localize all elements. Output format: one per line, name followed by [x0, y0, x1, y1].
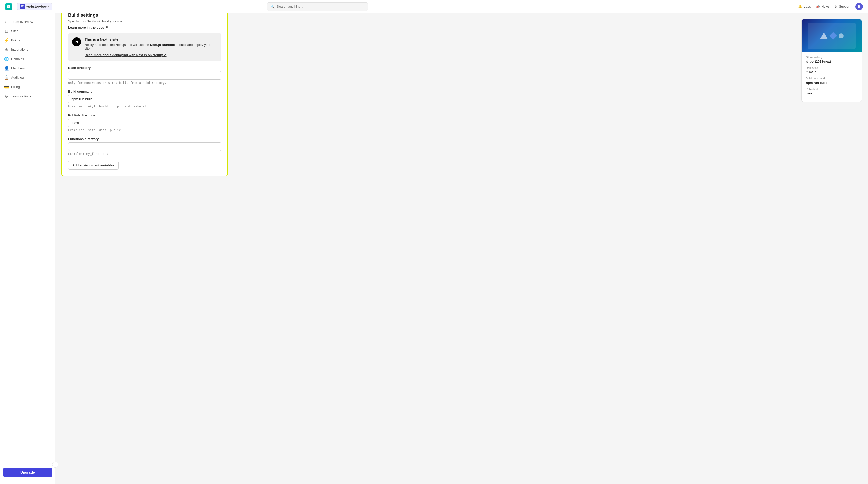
sidebar-item-integrations[interactable]: ⊕ Integrations [0, 45, 55, 54]
sidebar-label-builds: Builds [11, 38, 20, 42]
labs-icon: 🔔 [798, 4, 802, 8]
build-cmd-label: Build command [806, 77, 858, 80]
git-repo-value: ⊙ port2023-next [806, 60, 858, 63]
search-bar[interactable]: 🔍 [267, 2, 368, 11]
content-with-panel: Build settings Specify how Netlify will … [62, 6, 862, 176]
labs-button[interactable]: 🔔 Labs [798, 4, 811, 8]
functions-directory-group: Functions directory Examples: my_functio… [68, 137, 221, 156]
sidebar-item-team-overview[interactable]: ⌂ Team overview [0, 17, 55, 26]
sidebar-item-builds[interactable]: ⚡ Builds [0, 35, 55, 45]
learn-more-link[interactable]: Learn more in the docs ↗ [68, 26, 108, 29]
build-settings-section: Build settings Specify how Netlify will … [62, 6, 862, 176]
sidebar-nav: ⌂ Team overview ◻ Sites ⚡ Builds ⊕ Integ… [0, 17, 55, 182]
nextjs-deploy-link[interactable]: Read more about deploying with Next.js o… [85, 53, 217, 57]
deploying-row: Deploying ⑂ main [806, 66, 858, 74]
side-panel: Git repository ⊙ port2023-next Deploying… [802, 19, 862, 102]
functions-directory-input[interactable] [68, 142, 221, 151]
news-label: News [822, 4, 830, 8]
build-command-input[interactable] [68, 95, 221, 104]
header-actions: 🔔 Labs 📣 News ⊙ Support B [798, 3, 863, 10]
search-input[interactable] [277, 4, 365, 8]
main-content: Build settings Specify how Netlify will … [56, 0, 868, 182]
branch-icon: ⑂ [806, 70, 807, 74]
sidebar-label-members: Members [11, 66, 25, 70]
build-settings-title: Build settings [68, 12, 221, 18]
functions-directory-hint: Examples: my_functions [68, 152, 221, 156]
home-icon: ⌂ [4, 20, 8, 24]
workspace-name: webstoryboy [27, 4, 46, 8]
base-directory-input[interactable] [68, 71, 221, 80]
nextjs-notice: N This is a Next.js site! Netlify auto-d… [68, 33, 221, 61]
search-icon: 🔍 [271, 4, 275, 8]
sidebar-item-sites[interactable]: ◻ Sites [0, 26, 55, 35]
workspace-icon: W [20, 4, 25, 9]
support-label: Support [839, 4, 850, 8]
workspace-selector[interactable]: W webstoryboy ▾ [17, 3, 52, 10]
publish-directory-hint: Examples: _site, dist, public [68, 129, 221, 132]
chevron-down-icon: ▾ [48, 5, 50, 8]
support-button[interactable]: ⊙ Support [835, 4, 850, 8]
publish-directory-label: Publish directory [68, 113, 221, 117]
sidebar-label-billing: Billing [11, 85, 20, 89]
sidebar-item-billing[interactable]: 💳 Billing [0, 82, 55, 92]
base-directory-hint: Only for monorepos or sites built from a… [68, 81, 221, 85]
news-button[interactable]: 📣 News [816, 4, 830, 8]
repo-image-inner [808, 23, 856, 49]
sidebar-label-audit-log: Audit log [11, 76, 24, 80]
audit-icon: 📋 [4, 75, 8, 80]
nextjs-runtime-text: Next.js Runtime [150, 43, 175, 47]
sidebar-item-team-settings[interactable]: ⚙ Team settings [0, 92, 55, 101]
repo-card-info: Git repository ⊙ port2023-next Deploying… [802, 52, 862, 102]
deploying-branch: main [809, 70, 816, 74]
netlify-logo-icon [5, 3, 12, 10]
sidebar-label-team-settings: Team settings [11, 94, 31, 98]
news-icon: 📣 [816, 4, 820, 8]
sidebar-label-sites: Sites [11, 29, 19, 33]
build-command-label: Build command [68, 90, 221, 93]
base-directory-label: Base directory [68, 66, 221, 69]
nextjs-notice-title: This is a Next.js site! [85, 37, 217, 41]
builds-icon: ⚡ [4, 38, 8, 42]
repo-preview-image [802, 20, 862, 52]
nextjs-notice-body: Netlify auto-detected Next.js and will u… [85, 43, 217, 51]
domains-icon: 🌐 [4, 57, 8, 61]
sidebar-label-integrations: Integrations [11, 48, 28, 52]
publish-directory-group: Publish directory Examples: _site, dist,… [68, 113, 221, 132]
labs-label: Labs [804, 4, 811, 8]
published-to-label: Published to [806, 88, 858, 91]
functions-directory-label: Functions directory [68, 137, 221, 141]
build-command-row: Build command npm run build [806, 77, 858, 85]
sidebar-item-domains[interactable]: 🌐 Domains [0, 54, 55, 64]
sidebar-label-domains: Domains [11, 57, 24, 61]
sidebar-item-members[interactable]: 👤 Members [0, 64, 55, 73]
add-env-variables-button[interactable]: Add environment variables [68, 161, 119, 170]
triangle-shape [820, 32, 828, 39]
build-settings-subtitle: Specify how Netlify will build your site… [68, 20, 221, 23]
repo-info-card: Git repository ⊙ port2023-next Deploying… [802, 19, 862, 102]
integrations-icon: ⊕ [4, 47, 8, 52]
base-directory-group: Base directory Only for monorepos or sit… [68, 66, 221, 85]
billing-icon: 💳 [4, 85, 8, 89]
git-repo-name: port2023-next [809, 60, 831, 63]
members-icon: 👤 [4, 66, 8, 70]
sidebar-item-audit-log[interactable]: 📋 Audit log [0, 73, 55, 82]
github-icon: ⊙ [806, 60, 808, 63]
circle-shape [838, 33, 843, 38]
published-to-row: Published to .next [806, 88, 858, 95]
publish-directory-input[interactable] [68, 119, 221, 127]
sidebar: ⌂ Team overview ◻ Sites ⚡ Builds ⊕ Integ… [0, 13, 56, 182]
build-command-hint: Examples: jekyll build, gulp build, make… [68, 105, 221, 108]
nextjs-notice-content: This is a Next.js site! Netlify auto-det… [85, 37, 217, 57]
nextjs-logo-icon: N [72, 37, 81, 47]
sidebar-label-team-overview: Team overview [11, 20, 33, 24]
user-avatar[interactable]: B [856, 3, 863, 10]
support-icon: ⊙ [835, 4, 837, 8]
header: W webstoryboy ▾ 🔍 🔔 Labs 📣 News ⊙ Suppor… [0, 0, 868, 13]
settings-icon: ⚙ [4, 94, 8, 99]
build-cmd-value: npm run build [806, 81, 858, 85]
header-logo [5, 3, 12, 10]
diamond-shape [829, 32, 837, 39]
git-repo-row: Git repository ⊙ port2023-next [806, 56, 858, 63]
git-repo-label: Git repository [806, 56, 858, 59]
sites-icon: ◻ [4, 29, 8, 33]
